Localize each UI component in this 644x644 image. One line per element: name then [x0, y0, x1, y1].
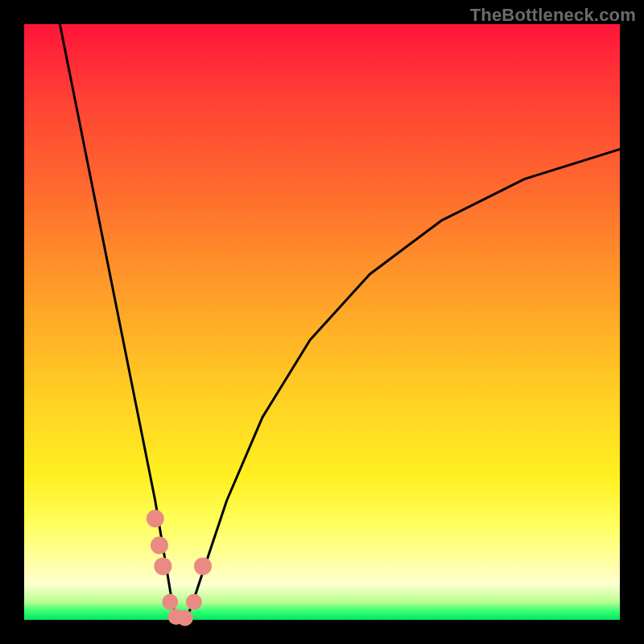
marker-dot: [177, 610, 193, 626]
bottleneck-curve-path: [60, 24, 620, 620]
marker-dot: [162, 594, 178, 610]
marker-dot: [151, 537, 168, 555]
bottleneck-curve: [60, 24, 620, 620]
watermark-text: TheBottleneck.com: [470, 5, 636, 26]
marker-dot: [186, 594, 202, 610]
curve-markers: [147, 510, 212, 626]
plot-area: [24, 24, 620, 620]
chart-frame: TheBottleneck.com: [0, 0, 644, 644]
marker-dot: [147, 510, 164, 527]
marker-dot: [154, 557, 171, 575]
curve-svg: [24, 24, 620, 620]
marker-dot: [194, 557, 212, 575]
